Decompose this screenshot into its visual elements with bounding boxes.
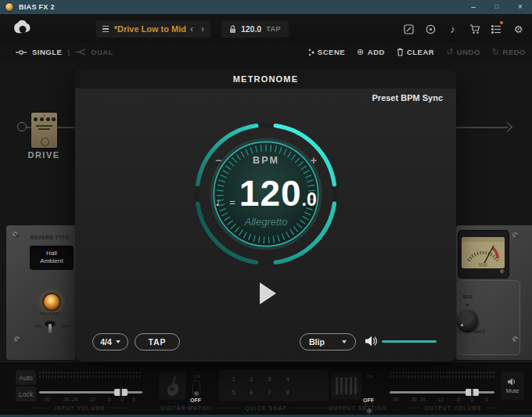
quick-snap-slot[interactable]: 7 xyxy=(261,386,279,399)
settings-gear-icon[interactable]: ⚙ xyxy=(512,20,524,38)
preset-menu-icon[interactable] xyxy=(102,24,109,34)
signal-output-arrow-icon xyxy=(502,122,512,132)
power-lamp xyxy=(42,293,61,311)
quick-snap-slot[interactable]: 3 xyxy=(261,372,279,386)
preset-name[interactable]: *Drive Low to Mid xyxy=(114,24,186,34)
mute-button[interactable]: Mute xyxy=(501,372,524,400)
power-on-label: ON xyxy=(34,324,42,329)
click-sound-value: Blip xyxy=(309,337,325,347)
eq-bar-icon xyxy=(350,377,352,394)
undo-button[interactable]: ↺ UNDO xyxy=(446,47,480,57)
preset-prev-button[interactable]: ‹ xyxy=(186,20,197,38)
reverb-type-display[interactable]: Hall Ambient xyxy=(30,246,74,270)
output-level-meter xyxy=(390,376,494,378)
scale-tick: -24 xyxy=(418,397,425,402)
redo-button[interactable]: ↻ REDO xyxy=(492,47,526,57)
close-button[interactable]: × xyxy=(509,0,532,14)
scene-dots-icon xyxy=(308,49,315,56)
quick-snap-slot[interactable]: 1 xyxy=(225,372,243,386)
equals-sign: = xyxy=(229,196,235,208)
scale-tick: -60 xyxy=(43,397,50,402)
guitar-match-on-label: ON xyxy=(193,374,200,379)
music-note-icon[interactable]: ♪ xyxy=(447,20,458,38)
minimize-button[interactable]: – xyxy=(462,0,485,14)
record-circle-icon[interactable] xyxy=(425,20,437,38)
input-auto-button[interactable]: Auto xyxy=(16,370,36,385)
pedal-led xyxy=(43,114,45,117)
pedal-label-art xyxy=(36,125,52,127)
time-signature-select[interactable]: 4/4 xyxy=(92,333,128,350)
input-volume-handle[interactable] xyxy=(114,389,128,396)
scale-tick: 0 xyxy=(470,397,473,402)
pedal-knob xyxy=(34,117,38,121)
guitar-match-toggle[interactable] xyxy=(192,380,200,397)
global-bpm-value[interactable]: 120.0 xyxy=(241,24,261,34)
metronome-volume-icon[interactable] xyxy=(365,336,378,347)
power-toggle-lever[interactable] xyxy=(49,324,52,333)
output-setting-label: OUTPUT SETTING xyxy=(329,405,387,411)
drive-pedal-thumbnail[interactable] xyxy=(31,113,57,148)
quick-snap-label: QUICK SNAP xyxy=(245,405,287,411)
scale-tick: -12 xyxy=(88,397,95,402)
input-lock-button[interactable]: Lock xyxy=(16,386,36,401)
click-sound-select[interactable]: Blip xyxy=(300,333,356,350)
preset-bpm-sync-button[interactable]: Preset BPM Sync xyxy=(372,93,443,102)
pedal-label-art xyxy=(38,128,50,130)
bpm-minus-button[interactable]: − xyxy=(215,155,221,166)
notification-badge xyxy=(500,21,503,24)
quick-snap-slot[interactable]: 8 xyxy=(279,386,297,399)
bottom-bar: Auto Lock -60 -36 -24 -12 -6 0 6 INPUT V… xyxy=(0,361,532,417)
chevron-down-icon xyxy=(116,340,120,343)
input-level-meter xyxy=(39,372,142,374)
preset-next-button[interactable]: › xyxy=(197,20,210,38)
add-button[interactable]: ⊕ ADD xyxy=(357,47,385,57)
quick-snap-slot[interactable]: 6 xyxy=(243,386,261,399)
bpm-value-int[interactable]: 120 xyxy=(239,175,302,211)
eq-bar-icon xyxy=(354,377,357,394)
eq-bar-icon xyxy=(336,377,338,394)
maximize-button[interactable]: □ xyxy=(485,0,509,14)
bpm-value-frac[interactable]: .0 xyxy=(302,189,317,210)
mix-knob[interactable] xyxy=(457,310,478,331)
tempo-box[interactable]: 120.0 TAP xyxy=(221,20,289,38)
signal-input-node[interactable] xyxy=(17,122,27,131)
metronome-tap-button[interactable]: TAP xyxy=(135,333,180,350)
positive-grid-logo-icon[interactable] xyxy=(13,18,33,38)
scene-button[interactable]: SCENE xyxy=(308,48,345,56)
screw-icon xyxy=(13,232,19,238)
dual-path-icon[interactable] xyxy=(76,49,86,56)
screw-icon xyxy=(500,269,505,274)
mix-marker xyxy=(466,304,469,306)
global-tap-button[interactable]: TAP xyxy=(266,25,281,33)
mode-single-tab[interactable]: SINGLE xyxy=(32,48,62,56)
mix-label: MIX xyxy=(458,294,478,300)
output-volume-handle[interactable] xyxy=(466,389,479,396)
guitar-icon xyxy=(166,375,180,397)
store-cart-icon[interactable] xyxy=(469,20,480,38)
mode-dual-tab[interactable]: DUAL xyxy=(92,48,113,56)
metronome-play-button[interactable] xyxy=(260,282,276,304)
guitar-match-button[interactable] xyxy=(159,372,186,400)
reverb-rack-panel[interactable]: REVERB TYPE Hall Ambient POWER ON OFF xyxy=(6,225,75,360)
preset-selector[interactable]: *Drive Low to Mid ‹ › xyxy=(96,20,210,38)
redo-icon: ↻ xyxy=(492,47,500,57)
metronome-modal-title: METRONOME xyxy=(75,69,456,88)
output-setting-button[interactable] xyxy=(331,372,361,400)
single-path-icon[interactable] xyxy=(16,49,27,56)
scale-tick: -60 xyxy=(391,397,398,402)
add-circle-icon: ⊕ xyxy=(357,47,365,57)
quick-snap-slot[interactable]: 5 xyxy=(225,386,243,399)
preset-list-icon[interactable] xyxy=(491,20,502,38)
metronome-volume-slider[interactable] xyxy=(382,340,437,343)
reverb-display-line2: Ambient xyxy=(30,257,74,265)
power-off-label: OFF xyxy=(62,324,72,329)
quick-snap-slot[interactable]: 4 xyxy=(279,372,297,386)
output-setting-on-label: ON xyxy=(366,374,373,379)
clear-button[interactable]: CLEAR xyxy=(397,48,434,56)
tempo-lock-icon[interactable] xyxy=(229,25,236,34)
output-setting-off-label: OFF xyxy=(363,397,374,403)
bpm-plus-button[interactable]: + xyxy=(311,155,317,166)
quick-snap-slot[interactable]: 2 xyxy=(243,372,261,386)
device-icon[interactable] xyxy=(403,20,415,38)
reverb-output-panel[interactable]: MIX DRY WET xyxy=(456,225,532,360)
